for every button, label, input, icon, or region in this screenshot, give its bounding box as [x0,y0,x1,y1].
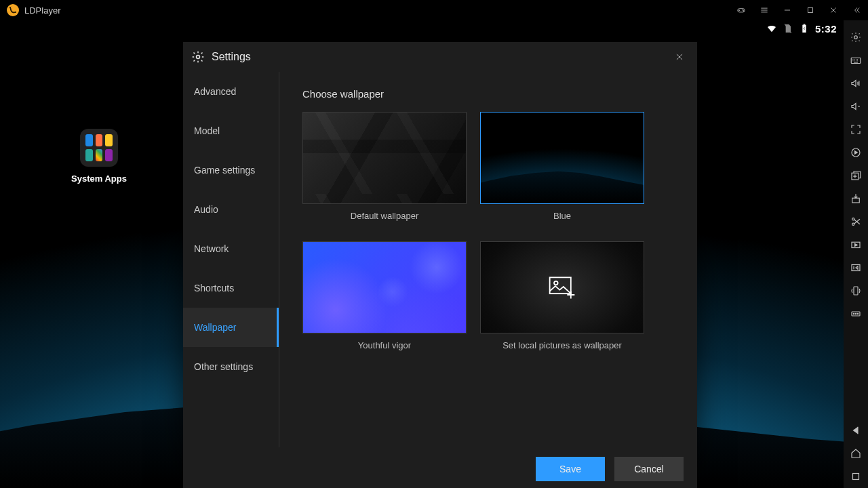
dialog-footer: Save Cancel [183,447,697,488]
system-apps-folder[interactable]: System Apps [79,129,119,184]
wallpaper-thumb-blue [480,112,644,204]
toolbar-settings-icon[interactable] [844,26,868,49]
gamepad-icon[interactable] [730,0,753,20]
wifi-icon [766,23,777,34]
sidebar-item-wallpaper[interactable]: Wallpaper [183,308,279,347]
dialog-close-button[interactable] [670,47,689,66]
multi-instance-icon[interactable] [844,164,868,187]
collapse-toolbar-button[interactable] [845,0,868,20]
sidebar-item-audio[interactable]: Audio [183,190,279,229]
dialog-title: Settings [212,51,251,63]
hamburger-menu-icon[interactable] [753,0,776,20]
sidebar-item-game-settings[interactable]: Game settings [183,150,279,190]
home-button-icon[interactable] [844,442,868,465]
svg-point-8 [554,281,558,285]
sidebar-item-other-settings[interactable]: Other settings [183,347,279,386]
cancel-button[interactable]: Cancel [614,457,684,481]
dialog-header: Settings [183,42,697,72]
wallpaper-caption: Default wallpaper [302,204,467,236]
system-apps-label: System Apps [65,174,133,184]
svg-point-15 [852,223,854,225]
wallpaper-caption: Youthful vigor [302,333,467,365]
wallpaper-caption: Blue [480,204,644,236]
svg-point-6 [197,56,200,59]
save-button[interactable]: Save [536,457,605,481]
sidebar-item-shortcuts[interactable]: Shortcuts [183,268,279,308]
side-toolbar [844,20,868,488]
recents-button-icon[interactable] [844,465,868,488]
sidebar-item-advanced[interactable]: Advanced [183,72,279,111]
ldplayer-logo-icon [7,4,19,16]
svg-rect-3 [808,8,813,13]
svg-rect-13 [852,198,860,203]
android-status-bar: 5:32 [766,20,844,37]
wallpaper-thumb-local [480,241,644,333]
sidebar-item-network[interactable]: Network [183,229,279,268]
wallpaper-option-blue[interactable]: Blue [480,112,644,236]
sidebar-item-model[interactable]: Model [183,111,279,150]
volume-up-icon[interactable] [844,72,868,95]
scissors-icon[interactable] [844,210,868,233]
sync-icon[interactable] [844,141,868,164]
volume-down-icon[interactable] [844,95,868,118]
settings-dialog: Settings AdvancedModelGame settingsAudio… [183,42,697,488]
svg-rect-5 [804,24,806,24]
shake-icon[interactable] [844,279,868,302]
app-title: LDPlayer [24,5,60,16]
svg-point-21 [855,313,856,314]
wallpaper-option-vigor[interactable]: Youthful vigor [302,241,467,365]
back-button-icon[interactable] [844,419,868,442]
svg-point-22 [857,313,859,314]
wallpaper-thumb-vigor [302,241,467,333]
svg-point-20 [853,313,854,314]
ldplayer-window: LDPlayer 5:32 System Apps Se [0,0,868,488]
fullscreen-icon[interactable] [844,118,868,141]
emulator-desktop: 5:32 System Apps Settings AdvancedModelG… [0,20,844,488]
operation-record-icon[interactable] [844,256,868,279]
wallpaper-option-default[interactable]: Default wallpaper [302,112,467,236]
content-heading: Choose wallpaper [302,88,678,100]
status-time: 5:32 [815,23,837,35]
maximize-button[interactable] [799,0,822,20]
close-window-button[interactable] [822,0,845,20]
video-record-icon[interactable] [844,233,868,256]
gear-icon [191,50,205,64]
svg-point-1 [743,9,743,10]
wallpaper-caption: Set local pictures as wallpaper [480,333,644,365]
minimize-button[interactable] [776,0,799,20]
no-sim-icon [783,23,793,34]
settings-sidebar: AdvancedModelGame settingsAudioNetworkSh… [183,72,279,447]
wallpaper-grid: Default wallpaperBlueYouthful vigorSet l… [302,112,678,365]
svg-point-14 [852,218,854,220]
svg-rect-18 [854,287,858,295]
more-tools-icon[interactable] [844,302,868,325]
keyboard-mapping-icon[interactable] [844,49,868,72]
install-apk-icon[interactable] [844,187,868,210]
svg-point-2 [743,10,744,11]
svg-point-9 [854,36,858,39]
wallpaper-option-local[interactable]: Set local pictures as wallpaper [480,241,644,365]
battery-icon [799,23,810,34]
svg-rect-23 [853,474,859,480]
settings-content: Choose wallpaper Default wallpaperBlueYo… [279,72,697,447]
wallpaper-thumb-default [302,112,467,204]
titlebar: LDPlayer [0,0,868,20]
